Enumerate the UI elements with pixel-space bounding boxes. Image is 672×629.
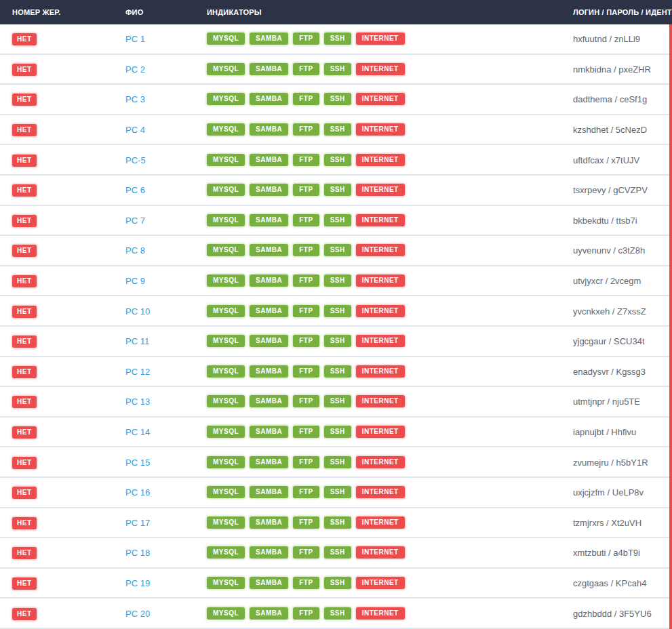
credentials-cell: hxfuutnd / znLLi9	[573, 33, 672, 45]
name-cell: PC 14	[125, 426, 207, 438]
pc-link[interactable]: PC 1	[125, 34, 145, 44]
samba-badge: SAMBA	[250, 335, 288, 347]
indicators-cell: MYSQLSAMBAFTPSSHINTERNET	[207, 365, 573, 378]
pc-link[interactable]: PC 11	[125, 336, 149, 346]
samba-badge: SAMBA	[250, 426, 288, 438]
pc-link[interactable]: PC 18	[125, 548, 150, 558]
pc-link[interactable]: PC 15	[125, 458, 150, 468]
ftp-badge: FTP	[293, 486, 319, 498]
samba-badge: SAMBA	[250, 33, 288, 45]
pc-link[interactable]: PC-5	[125, 155, 146, 165]
pc-link[interactable]: PC 20	[125, 609, 150, 619]
ssh-badge: SSH	[324, 123, 351, 136]
status-cell: НЕТ	[0, 62, 125, 76]
samba-badge: SAMBA	[250, 456, 288, 468]
header-name: ФИО	[125, 8, 207, 16]
pc-link[interactable]: PC 16	[125, 487, 150, 498]
table-row: НЕТ PC 11 MYSQLSAMBAFTPSSHINTERNET yjgcg…	[0, 327, 672, 357]
ssh-badge: SSH	[324, 184, 351, 196]
table-row: НЕТ PC 8 MYSQLSAMBAFTPSSHINTERNET uyvenu…	[0, 236, 672, 266]
status-cell: НЕТ	[0, 243, 125, 257]
mysql-badge: MYSQL	[207, 123, 245, 136]
indicator-badges: MYSQLSAMBAFTPSSHINTERNET	[207, 546, 573, 559]
mysql-badge: MYSQL	[207, 426, 245, 438]
credentials-cell: kzshdhet / 5cNezD	[573, 123, 672, 136]
ftp-badge: FTP	[293, 426, 319, 438]
pc-link[interactable]: PC 4	[125, 125, 145, 135]
name-cell: PC 17	[125, 516, 207, 529]
ssh-badge: SSH	[324, 93, 351, 105]
pc-link[interactable]: PC 7	[125, 216, 145, 226]
ftp-badge: FTP	[293, 607, 319, 620]
samba-badge: SAMBA	[250, 214, 288, 226]
table-row: НЕТ PC 9 MYSQLSAMBAFTPSSHINTERNET utvjyx…	[0, 266, 672, 297]
mysql-badge: MYSQL	[207, 184, 245, 196]
credentials-text: nmkbidna / pxeZHR	[573, 64, 651, 75]
mysql-badge: MYSQL	[207, 63, 245, 75]
credentials-text: bkbekdtu / ttsb7i	[573, 216, 637, 226]
indicator-badges: MYSQLSAMBAFTPSSHINTERNET	[207, 395, 573, 407]
internet-badge: INTERNET	[356, 123, 405, 136]
pc-link[interactable]: PC 9	[125, 276, 145, 286]
ssh-badge: SSH	[324, 365, 351, 378]
ssh-badge: SSH	[324, 275, 351, 287]
pc-link[interactable]: PC 12	[125, 367, 150, 377]
ftp-badge: FTP	[293, 577, 319, 589]
status-badge: НЕТ	[12, 608, 37, 620]
credentials-text: kzshdhet / 5cNezD	[573, 125, 647, 135]
internet-badge: INTERNET	[356, 607, 405, 620]
internet-badge: INTERNET	[356, 214, 405, 226]
pc-link[interactable]: PC 3	[125, 94, 145, 104]
status-badge: НЕТ	[12, 275, 37, 287]
pc-link[interactable]: PC 19	[125, 578, 150, 588]
ftp-badge: FTP	[293, 123, 319, 136]
indicators-cell: MYSQLSAMBAFTPSSHINTERNET	[207, 486, 573, 498]
indicators-cell: MYSQLSAMBAFTPSSHINTERNET	[207, 93, 573, 105]
credentials-cell: enadysvr / Kgssg3	[573, 365, 672, 378]
internet-badge: INTERNET	[356, 546, 405, 559]
internet-badge: INTERNET	[356, 33, 405, 45]
mysql-badge: MYSQL	[207, 33, 245, 45]
ftp-badge: FTP	[293, 546, 319, 559]
indicators-cell: MYSQLSAMBAFTPSSHINTERNET	[207, 335, 573, 347]
credentials-text: gdzhbddd / 3F5YU6	[573, 609, 652, 619]
indicators-cell: MYSQLSAMBAFTPSSHINTERNET	[207, 577, 573, 589]
pc-link[interactable]: PC 17	[125, 518, 150, 528]
ftp-badge: FTP	[293, 184, 319, 196]
status-cell: НЕТ	[0, 425, 125, 439]
indicator-badges: MYSQLSAMBAFTPSSHINTERNET	[207, 486, 573, 498]
status-badge: НЕТ	[12, 426, 37, 439]
pc-link[interactable]: PC 10	[125, 306, 150, 317]
pc-link[interactable]: PC 2	[125, 64, 145, 75]
status-cell: НЕТ	[0, 123, 125, 136]
mysql-badge: MYSQL	[207, 456, 245, 468]
internet-badge: INTERNET	[356, 184, 405, 196]
header-credentials: ЛОГИН / ПАРОЛЬ / ИДЕНТИФИКА	[573, 8, 672, 16]
table-row: НЕТ PC 3 MYSQLSAMBAFTPSSHINTERNET dadthe…	[0, 85, 672, 115]
pc-link[interactable]: PC 14	[125, 427, 150, 437]
pc-link[interactable]: PC 6	[125, 185, 145, 195]
credentials-text: utmtjnpr / nju5TE	[573, 397, 640, 407]
pc-link[interactable]: PC 8	[125, 245, 145, 256]
mysql-badge: MYSQL	[207, 93, 245, 105]
name-cell: PC 15	[125, 456, 207, 468]
pc-link[interactable]: PC 13	[125, 397, 150, 407]
ftp-badge: FTP	[293, 395, 319, 407]
ftp-badge: FTP	[293, 275, 319, 287]
name-cell: PC 1	[125, 33, 207, 45]
name-cell: PC-5	[125, 154, 207, 166]
name-cell: PC 12	[125, 365, 207, 378]
credentials-text: uyvenunv / c3tZ8h	[573, 245, 645, 256]
credentials-cell: uyvenunv / c3tZ8h	[573, 244, 672, 256]
credentials-text: iapnujbt / Hhfivu	[573, 427, 636, 437]
indicator-badges: MYSQLSAMBAFTPSSHINTERNET	[207, 214, 573, 226]
table-row: НЕТ PC 14 MYSQLSAMBAFTPSSHINTERNET iapnu…	[0, 418, 672, 448]
internet-badge: INTERNET	[356, 63, 405, 75]
indicator-badges: MYSQLSAMBAFTPSSHINTERNET	[207, 305, 573, 317]
status-badge: НЕТ	[12, 336, 37, 348]
samba-badge: SAMBA	[250, 577, 288, 589]
status-cell: НЕТ	[0, 365, 125, 378]
internet-badge: INTERNET	[356, 93, 405, 105]
credentials-cell: czgtgaas / KPcah4	[573, 577, 672, 589]
ssh-badge: SSH	[324, 607, 351, 620]
